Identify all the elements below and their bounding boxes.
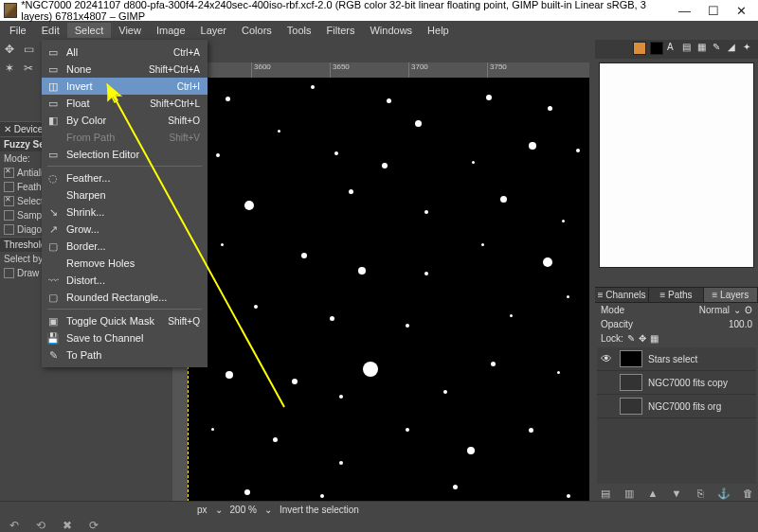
menuitem-feather-[interactable]: ◌Feather... (42, 169, 208, 186)
undo-icon[interactable]: ⟲ (36, 519, 45, 532)
menuitem-rounded-rectangle-[interactable]: ▢Rounded Rectangle... (42, 289, 208, 306)
tool-eraser-icon[interactable]: ◢ (728, 42, 739, 53)
close-button[interactable]: ✕ (736, 4, 747, 18)
star (278, 130, 280, 133)
chevron-down-icon[interactable]: ⌄ (264, 505, 272, 515)
menu-view[interactable]: View (111, 23, 149, 38)
menu-select[interactable]: Select (67, 23, 112, 38)
menu-colors[interactable]: Colors (234, 23, 280, 38)
menuitem-shrink-[interactable]: ↘Shrink... (42, 204, 208, 221)
star (543, 257, 552, 267)
tool-select-icon[interactable]: ▭ (20, 41, 37, 58)
layer-dup-icon[interactable]: ⎘ (694, 488, 707, 500)
menuitem-none[interactable]: ▭NoneShift+Ctrl+A (42, 61, 208, 78)
navigation-preview[interactable] (599, 62, 754, 268)
star (500, 196, 507, 203)
tab-paths[interactable]: ≡ Paths (649, 288, 703, 302)
lock-pixels-icon[interactable]: ✎ (627, 333, 635, 344)
star (244, 489, 250, 495)
undo-history-icon[interactable]: ↶ (9, 519, 19, 532)
blend-mode-label: Mode (601, 305, 624, 315)
star (567, 295, 569, 298)
tool-crop-icon[interactable]: ✂ (20, 60, 37, 77)
menuitem-invert[interactable]: ◫InvertCtrl+I (42, 78, 208, 95)
star (301, 253, 307, 258)
layer-down-icon[interactable]: ▼ (670, 488, 683, 500)
layer-up-icon[interactable]: ▲ (646, 488, 659, 500)
star (486, 95, 492, 100)
menu-tools[interactable]: Tools (280, 23, 319, 38)
lock-alpha-icon[interactable]: ▦ (650, 333, 659, 344)
delete-icon[interactable]: ✖ (63, 519, 72, 532)
image-canvas[interactable] (188, 78, 589, 502)
window-title: *NGC7000 20241107 d800-pfa-300f4-24x240s… (21, 0, 678, 22)
layer-row[interactable]: NGC7000 fits org (597, 395, 756, 418)
layer-row[interactable]: 👁Stars select (597, 347, 756, 371)
menuitem-icon: 〰 (45, 274, 61, 287)
star (226, 97, 230, 101)
menuitem-distort-[interactable]: 〰Distort... (42, 272, 208, 289)
star (481, 243, 484, 246)
mode-switch-icon[interactable]: ʘ (745, 305, 752, 315)
menuitem-save-to-channel[interactable]: 💾Save to Channel (42, 329, 208, 346)
tool-gradient-icon[interactable]: ▦ (697, 42, 709, 53)
menuitem-all[interactable]: ▭AllCtrl+A (42, 44, 208, 61)
canvas-area: 35503600365037003750 (172, 62, 589, 502)
fg-color-swatch[interactable] (633, 42, 646, 55)
star (382, 163, 388, 168)
menuitem-icon: ↗ (45, 222, 61, 236)
menuitem-sharpen[interactable]: Sharpen (42, 186, 208, 204)
unit-selector[interactable]: px (197, 505, 208, 515)
tool-text-icon[interactable]: A (667, 42, 678, 53)
opacity-value[interactable]: 100.0 (729, 319, 752, 329)
menu-layer[interactable]: Layer (193, 23, 235, 38)
tool-paint-icon[interactable]: ▤ (682, 42, 694, 53)
chevron-down-icon[interactable]: ⌄ (733, 305, 741, 315)
zoom-value[interactable]: 200 % (230, 505, 257, 515)
menuitem-toggle-quick-mask[interactable]: ▣Toggle Quick MaskShift+Q (42, 312, 208, 329)
layer-new-icon[interactable]: ▤ (599, 488, 612, 500)
menuitem-to-path[interactable]: ✎To Path (42, 346, 208, 364)
menuitem-remove-holes[interactable]: Remove Holes (42, 255, 208, 272)
visibility-icon[interactable]: 👁 (601, 352, 614, 365)
layer-delete-icon[interactable]: 🗑 (741, 488, 754, 500)
menuitem-selection-editor[interactable]: ▭Selection Editor (42, 146, 208, 163)
layer-anchor-icon[interactable]: ⚓ (717, 488, 731, 500)
star (467, 447, 475, 454)
reset-icon[interactable]: ⟳ (89, 519, 99, 532)
star (363, 362, 378, 377)
star (334, 151, 338, 155)
star (339, 395, 343, 399)
menu-filters[interactable]: Filters (319, 23, 363, 38)
maximize-button[interactable]: ☐ (708, 4, 719, 18)
star (387, 98, 391, 103)
menuitem-float[interactable]: ▭FloatShift+Ctrl+L (42, 95, 208, 112)
star (254, 305, 258, 309)
menuitem-icon (45, 257, 61, 270)
menu-windows[interactable]: Windows (362, 23, 420, 38)
star (211, 428, 214, 431)
menu-help[interactable]: Help (420, 23, 457, 38)
tool-measure-icon[interactable]: ✦ (743, 42, 754, 53)
lock-position-icon[interactable]: ✥ (639, 333, 646, 344)
layer-group-icon[interactable]: ▥ (623, 488, 636, 500)
tab-layers[interactable]: ≡ Layers (704, 288, 758, 302)
menuitem-border-[interactable]: ▢Border... (42, 238, 208, 255)
menuitem-icon: ◫ (45, 80, 61, 93)
menu-image[interactable]: Image (149, 23, 193, 38)
menuitem-by-color[interactable]: ◧By ColorShift+O (42, 112, 208, 129)
bg-color-swatch[interactable] (650, 42, 663, 55)
star (567, 494, 570, 498)
menubar: FileEditSelectViewImageLayerColorsToolsF… (0, 21, 758, 40)
blend-mode-value[interactable]: Normal (699, 305, 730, 315)
minimize-button[interactable]: — (678, 4, 691, 18)
tool-fuzzy-icon[interactable]: ✶ (1, 60, 18, 77)
menuitem-grow-[interactable]: ↗Grow... (42, 221, 208, 238)
menu-edit[interactable]: Edit (34, 23, 67, 38)
tool-move-icon[interactable]: ✥ (1, 41, 18, 58)
layer-row[interactable]: NGC7000 fits copy (597, 371, 756, 395)
tab-channels[interactable]: ≡ Channels (595, 288, 649, 302)
chevron-down-icon[interactable]: ⌄ (215, 505, 223, 515)
tool-brush-icon[interactable]: ✎ (713, 42, 724, 53)
menu-file[interactable]: File (2, 23, 34, 38)
